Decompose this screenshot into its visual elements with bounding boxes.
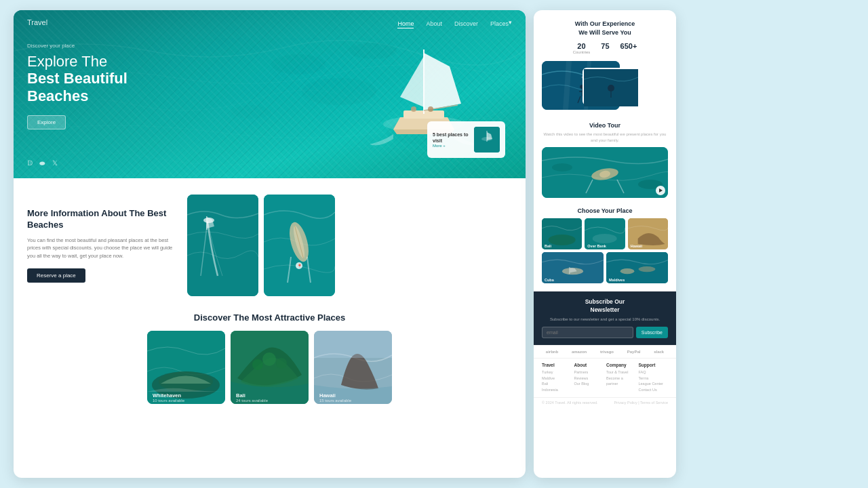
instagram-icon[interactable]: ⬬: [39, 159, 45, 167]
hero-content: Discover your place Explore The Best Bea…: [27, 43, 127, 129]
svg-point-48: [608, 85, 614, 92]
brands-section: airbnb amazon trivago PayPal slack: [534, 345, 676, 358]
footer-support-item-3[interactable]: League Center: [639, 381, 669, 387]
svg-point-66: [639, 266, 656, 272]
svg-point-35: [276, 358, 287, 369]
info-image-2: 📍: [264, 195, 335, 296]
hero-title: Explore The Best Beautiful Beaches: [27, 53, 127, 104]
footer-company-title: Company: [606, 363, 636, 367]
mini-card-content: 5 best places to visit More +: [433, 131, 470, 148]
choose-hawaii-label: Hawaii: [631, 244, 642, 248]
svg-rect-19: [187, 195, 258, 296]
hero-social: 𝔻 ⬬ 𝕏: [27, 159, 58, 167]
brand-trivago: trivago: [600, 350, 614, 354]
footer-copyright: © 2024 Travel. All rights reserved.: [542, 401, 598, 405]
hero-title-line3: Beaches: [27, 87, 127, 104]
section-info-text: More Information About The Best Beaches …: [27, 208, 176, 283]
svg-rect-62: [569, 267, 570, 274]
twitter-icon[interactable]: 𝕏: [52, 159, 58, 167]
footer-col-support: Support FAQ Terms League Center Contact …: [639, 363, 669, 393]
hero-section: Travel Home About Discover Places ▾ Disc…: [14, 10, 526, 178]
stats-title: With Our Experience We Will Serve You: [542, 20, 668, 37]
video-tour-thumbnail[interactable]: [542, 147, 668, 198]
svg-point-33: [252, 359, 263, 370]
footer-col-travel: Travel Turkey Maldive Bali Indonesia: [542, 363, 572, 393]
brand-airbnb: airbnb: [546, 350, 558, 354]
page-wrapper: Travel Home About Discover Places ▾ Disc…: [14, 10, 854, 478]
discover-card-whitehaven[interactable]: Whitehaven 10 tours available: [147, 331, 225, 404]
nav-item-discover[interactable]: Discover: [454, 16, 478, 28]
svg-point-14: [428, 106, 433, 112]
brand-paypal: PayPal: [627, 350, 641, 354]
section-info-title: More Information About The Best Beaches: [27, 208, 176, 231]
info-image-1: [187, 195, 258, 296]
svg-point-65: [620, 268, 635, 274]
nav-more[interactable]: ▾: [509, 19, 512, 26]
svg-point-34: [262, 352, 276, 366]
newsletter-title: Subscribe Our Newsletter: [542, 298, 668, 314]
newsletter-email-input[interactable]: [542, 327, 633, 338]
choose-card-overbank[interactable]: Over Bank: [585, 218, 625, 249]
footer-travel-item-3[interactable]: Bali: [542, 381, 572, 387]
footer-about-item-1[interactable]: Partners: [574, 369, 604, 375]
footer-support-item-4[interactable]: Contact Us: [639, 387, 669, 393]
bali-label: Bali: [236, 392, 245, 399]
stat-countries: 20 Countries: [573, 42, 591, 54]
footer-company-item-1[interactable]: Tour & Travel: [606, 369, 636, 375]
video-tour-description: Watch this video to see the most beautif…: [542, 131, 668, 143]
footer-col-about: About Partners Reviews Our Blog: [574, 363, 604, 393]
discover-card-bali[interactable]: Bali 24 tours available: [231, 331, 309, 404]
stat-three-num: 650+: [620, 42, 637, 50]
nav-item-about[interactable]: About: [426, 16, 442, 28]
facebook-icon[interactable]: 𝔻: [27, 159, 33, 167]
bali-sub: 24 tours available: [236, 399, 268, 403]
brand-amazon: amazon: [572, 350, 587, 354]
discover-card-hawaii[interactable]: Hawaii 15 tours available: [314, 331, 392, 404]
footer-support-item-1[interactable]: FAQ: [639, 369, 669, 375]
brand-slack: slack: [654, 350, 664, 354]
choose-title: Choose Your Place: [542, 207, 668, 214]
svg-text:📍: 📍: [297, 264, 302, 269]
stat-three: 650+: [620, 42, 637, 54]
choose-maldives-label: Maldives: [609, 278, 625, 282]
svg-rect-37: [314, 331, 392, 358]
hero-mini-card: 5 best places to visit More +: [427, 121, 505, 158]
hero-discover-label: Discover your place: [27, 43, 127, 49]
newsletter-form: Subscribe: [542, 327, 668, 338]
play-button[interactable]: [656, 186, 665, 195]
svg-marker-11: [400, 56, 424, 107]
left-panel: Travel Home About Discover Places ▾ Disc…: [14, 10, 526, 478]
newsletter-subscribe-button[interactable]: Subscribe: [636, 327, 668, 338]
svg-point-53: [552, 163, 572, 171]
choose-card-maldives[interactable]: Maldives: [606, 252, 668, 283]
choose-card-cuba[interactable]: Cuba: [542, 252, 604, 283]
hawaii-label: Hawaii: [319, 392, 336, 399]
explore-button[interactable]: Explore: [27, 115, 66, 129]
footer-support-item-2[interactable]: Terms: [639, 375, 669, 382]
footer-about-item-3[interactable]: Our Blog: [574, 381, 604, 387]
hero-title-line2: Best Beautiful: [27, 70, 127, 87]
footer-about-item-2[interactable]: Reviews: [574, 375, 604, 382]
stat-countries-num: 20: [573, 42, 591, 50]
stats-row: 20 Countries 75 650+: [542, 42, 668, 54]
whitehaven-sub: 10 tours available: [153, 399, 184, 403]
nav-item-places[interactable]: Places: [490, 16, 509, 28]
play-icon: [659, 188, 663, 192]
mini-card-more[interactable]: More +: [433, 144, 470, 148]
mini-card-image: [474, 127, 500, 152]
choose-card-bali[interactable]: Bali: [542, 218, 582, 249]
footer-travel-item-1[interactable]: Turkey: [542, 369, 572, 375]
mini-card-text: 5 best places to visit: [433, 131, 470, 144]
reserve-button[interactable]: Reserve a place: [27, 268, 85, 283]
hero-title-line1: Explore The: [27, 53, 127, 70]
underwater-overlay-image: [583, 68, 637, 105]
footer-travel-item-2[interactable]: Maldive: [542, 375, 572, 382]
video-tour-title: Video Tour: [542, 122, 668, 129]
svg-marker-10: [424, 53, 461, 110]
footer-company-item-2[interactable]: Become a partner: [606, 375, 636, 388]
stat-countries-label: Countries: [573, 50, 591, 54]
footer-privacy[interactable]: Privacy Policy | Terms of Service: [614, 401, 668, 405]
nav-item-home[interactable]: Home: [397, 16, 414, 28]
choose-card-hawaii[interactable]: Hawaii: [628, 218, 668, 249]
footer-travel-item-4[interactable]: Indonesia: [542, 387, 572, 393]
